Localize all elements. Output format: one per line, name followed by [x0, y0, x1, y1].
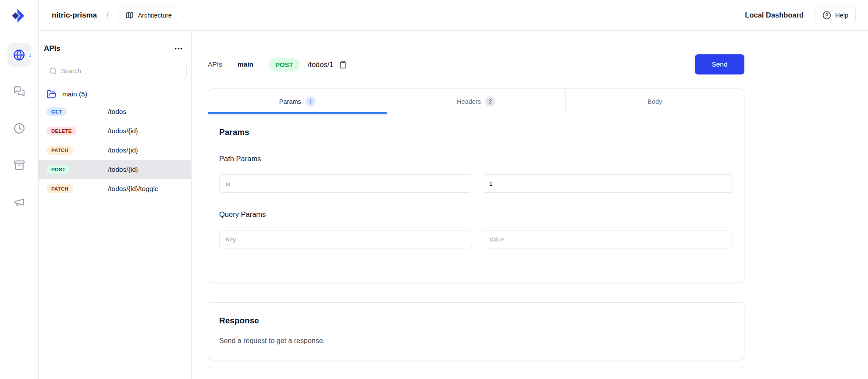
method-badge: PATCH: [46, 146, 73, 155]
endpoint-row[interactable]: PATCH /todos/{id}/toggle: [39, 179, 191, 198]
tab-headers-label: Headers: [457, 98, 481, 105]
breadcrumb: APIs main POST /todos/1: [208, 58, 348, 71]
nitric-logo-icon: [10, 7, 28, 25]
request-tabs: Params 1 Headers 2 Body: [208, 89, 744, 114]
tab-body-label: Body: [647, 98, 662, 105]
clock-icon: [14, 123, 25, 134]
request-path: /todos/1: [308, 60, 334, 69]
architecture-button[interactable]: Architecture: [118, 7, 179, 24]
main-panel: APIs main POST /todos/1: [192, 31, 868, 379]
method-badge: POST: [46, 165, 70, 174]
dashboard-title: Local Dashboard: [745, 11, 804, 19]
endpoint-row[interactable]: PATCH /todos/{id}: [39, 141, 191, 160]
archive-box-icon: [14, 159, 25, 171]
ellipsis-icon: [174, 44, 183, 53]
map-icon: [125, 11, 134, 19]
breadcrumb-divider: [230, 59, 230, 70]
rail-nav: 1: [7, 43, 31, 214]
top-header: nitric-prisma / Architecture Local Dashb…: [39, 0, 868, 31]
chat-bubbles-icon: [14, 86, 25, 97]
tab-params-label: Params: [279, 98, 301, 105]
query-param-key-input[interactable]: [219, 230, 472, 248]
breadcrumb-divider: [261, 59, 261, 70]
method-badge: PATCH: [46, 184, 73, 193]
tab-body[interactable]: Body: [566, 89, 744, 114]
clipboard-icon: [339, 60, 347, 69]
tab-headers-badge: 2: [485, 96, 495, 106]
response-empty-message: Send a request to get a response.: [219, 337, 733, 345]
help-button[interactable]: Help: [815, 7, 856, 24]
tab-headers[interactable]: Headers 2: [387, 89, 566, 114]
query-params-title: Query Params: [219, 210, 733, 219]
api-group-main[interactable]: main (5): [39, 86, 191, 102]
header-separator: /: [107, 11, 108, 19]
endpoint-path: /todos/{id}: [108, 146, 138, 154]
api-group-label: main (5): [62, 90, 87, 98]
endpoint-path: /todos/{id}: [108, 127, 138, 135]
endpoint-path: /todos/{id}/toggle: [108, 185, 159, 193]
endpoint-path: /todos: [108, 108, 126, 116]
endpoint-row[interactable]: GET /todos: [39, 102, 191, 121]
endpoint-list: GET /todos DELETE /todos/{id} PATCH /tod…: [39, 102, 191, 198]
rail-item-schedules[interactable]: [7, 117, 31, 140]
breadcrumb-root: APIs: [208, 60, 222, 68]
sidebar-title: APIs: [44, 44, 60, 53]
sidebar-menu-button[interactable]: [172, 42, 185, 55]
globe-icon: [13, 49, 25, 61]
request-card: Params 1 Headers 2 Body: [208, 89, 744, 283]
response-title: Response: [219, 316, 733, 326]
architecture-label: Architecture: [138, 12, 171, 19]
method-badge: DELETE: [46, 127, 77, 135]
rail-item-feedback[interactable]: [7, 190, 31, 214]
help-circle-icon: [822, 11, 831, 20]
copy-path-button[interactable]: [338, 60, 348, 70]
endpoint-row[interactable]: POST /todos/{id}: [39, 160, 191, 179]
tab-params-badge: 1: [306, 96, 316, 106]
app-root: 1: [0, 0, 868, 379]
query-param-value-input[interactable]: [483, 230, 733, 248]
search-icon: [49, 67, 57, 75]
request-method-badge: POST: [269, 58, 300, 71]
send-button[interactable]: Send: [695, 54, 744, 74]
apis-sidebar: APIs main: [39, 31, 192, 379]
megaphone-icon: [14, 196, 25, 208]
path-params-title: Path Params: [219, 155, 733, 163]
method-badge: GET: [46, 107, 67, 116]
nitric-logo[interactable]: [9, 6, 29, 26]
apis-count-badge: 1: [25, 50, 35, 60]
next-card-edge: [208, 366, 744, 369]
path-param-value-input[interactable]: [483, 174, 733, 193]
endpoint-row[interactable]: DELETE /todos/{id}: [39, 121, 191, 141]
left-rail: 1: [0, 0, 39, 379]
tab-params[interactable]: Params 1: [208, 89, 387, 114]
rail-item-apis[interactable]: 1: [7, 43, 31, 67]
rail-item-storage[interactable]: [7, 153, 31, 177]
endpoint-path: /todos/{id}: [108, 166, 138, 174]
help-label: Help: [835, 12, 848, 19]
breadcrumb-api: main: [238, 60, 253, 68]
search-input[interactable]: [44, 63, 187, 79]
response-card: Response Send a request to get a respons…: [208, 302, 744, 360]
path-param-key-input[interactable]: [219, 174, 472, 193]
project-name: nitric-prisma: [52, 11, 97, 20]
params-title: Params: [219, 128, 733, 137]
rail-item-websockets[interactable]: [7, 80, 31, 103]
folder-open-icon: [46, 89, 57, 99]
